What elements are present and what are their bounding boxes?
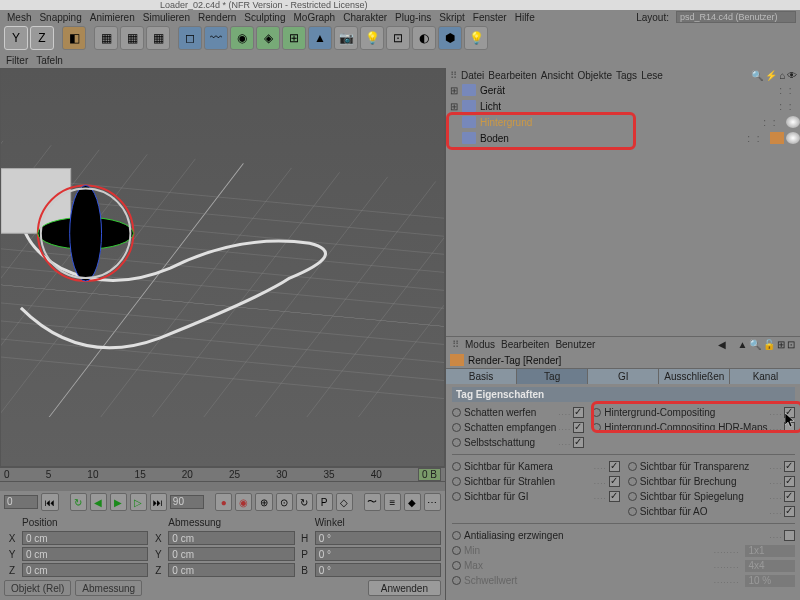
menu-snapping[interactable]: Snapping [36, 12, 84, 23]
key-pla-button[interactable]: ◇ [336, 493, 353, 511]
menu-fenster[interactable]: Fenster [470, 12, 510, 23]
coord-dim-dropdown[interactable]: Abmessung [75, 580, 142, 596]
generator-button[interactable]: ◉ [230, 26, 254, 50]
flash-icon[interactable]: ⚡ [765, 70, 777, 81]
prop-antialiasing-erzwingen[interactable]: Antialiasing erzwingen.... [452, 528, 795, 543]
menu-animieren[interactable]: Animieren [87, 12, 138, 23]
tab-gi[interactable]: GI [588, 369, 659, 384]
prim-spline-button[interactable]: 〰 [204, 26, 228, 50]
step-back-button[interactable]: ↻ [70, 493, 87, 511]
om-bearbeiten[interactable]: Bearbeiten [488, 70, 536, 81]
prop-max[interactable]: Max........4x4 [452, 558, 795, 573]
key-scale-button[interactable]: ⊙ [276, 493, 293, 511]
viewport-3d[interactable] [0, 68, 445, 467]
rotation-gizmo[interactable] [38, 185, 134, 281]
timeline-ruler[interactable]: 05101520253035 40 0 B [0, 467, 445, 481]
om-datei[interactable]: Datei [461, 70, 484, 81]
tag-icon[interactable] [786, 116, 800, 128]
menu-charakter[interactable]: Charakter [340, 12, 390, 23]
timeline-button[interactable]: ≡ [384, 493, 401, 511]
key-rot-button[interactable]: ↻ [296, 493, 313, 511]
menu-hilfe[interactable]: Hilfe [512, 12, 538, 23]
tab-ausschliessen[interactable]: Ausschließen [659, 369, 730, 384]
checkbox[interactable] [784, 506, 795, 517]
menu-mograph[interactable]: MoGraph [291, 12, 339, 23]
prop-sichtbar-f-r-transparenz[interactable]: Sichtbar für Transparenz.... [628, 459, 796, 474]
axis-z-button[interactable]: Z [30, 26, 54, 50]
frame-start-field[interactable]: 0 [4, 495, 38, 509]
coord-Z-pos[interactable] [22, 563, 148, 577]
goto-start-button[interactable]: ⏮ [41, 493, 58, 511]
am-bearbeiten[interactable]: Bearbeiten [501, 339, 549, 350]
coord-X-pos[interactable] [22, 531, 148, 545]
menu-skript[interactable]: Skript [436, 12, 468, 23]
new-icon[interactable]: ⊞ [777, 339, 785, 350]
light-button[interactable]: 💡 [360, 26, 384, 50]
object-tree[interactable]: ⊞Gerät: :⊞Licht: :Hintergrund: :Boden: : [446, 82, 800, 336]
home-icon[interactable]: ⌂ [779, 70, 785, 81]
modeling-button[interactable]: ▲ [308, 26, 332, 50]
apply-button[interactable]: Anwenden [368, 580, 441, 596]
prop-schatten-werfen[interactable]: Schatten werfen.... [452, 405, 584, 420]
max-icon[interactable]: ⊡ [787, 339, 795, 350]
render-settings-button[interactable]: ▦ [146, 26, 170, 50]
menu-sculpting[interactable]: Sculpting [241, 12, 288, 23]
coord-H-rot[interactable] [315, 531, 441, 545]
array-button[interactable]: ⊞ [282, 26, 306, 50]
prop-sichtbar-f-r-strahlen[interactable]: Sichtbar für Strahlen.... [452, 474, 620, 489]
camera-button[interactable]: 📷 [334, 26, 358, 50]
prop-hintergrund-compositing[interactable]: Hintergrund-Compositing.... [592, 405, 795, 420]
tab-tag[interactable]: Tag [517, 369, 588, 384]
tab-basis[interactable]: Basis [446, 369, 517, 384]
frame-end-field[interactable]: 90 [170, 495, 204, 509]
play-back-button[interactable]: ◀ [90, 493, 107, 511]
tafeln-label[interactable]: Tafeln [36, 55, 63, 66]
tree-item-gerät[interactable]: ⊞Gerät: : [446, 82, 800, 98]
goto-end-button[interactable]: ⏭ [150, 493, 167, 511]
tag-icon[interactable] [786, 132, 800, 144]
checkbox[interactable] [784, 491, 795, 502]
checkbox[interactable] [784, 476, 795, 487]
am-benutzer[interactable]: Benutzer [555, 339, 595, 350]
keymode-button[interactable]: ◆ [404, 493, 421, 511]
layout-dropdown[interactable]: psd_R14.c4d (Benutzer) [676, 11, 796, 23]
tab-kanal[interactable]: Kanal [730, 369, 800, 384]
search-icon[interactable]: 🔍 [751, 70, 763, 81]
coord-Z-dim[interactable] [168, 563, 294, 577]
tag-icon[interactable] [770, 132, 784, 144]
timeline-slider[interactable] [0, 481, 445, 491]
checkbox[interactable] [784, 530, 795, 541]
coord-mode-dropdown[interactable]: Objekt (Rel) [4, 580, 71, 596]
coord-X-dim[interactable] [168, 531, 294, 545]
menu-rendern[interactable]: Rendern [195, 12, 239, 23]
scene-button[interactable]: ⊡ [386, 26, 410, 50]
up-icon[interactable]: ▲ [738, 339, 748, 350]
prop-selbstschattung[interactable]: Selbstschattung.... [452, 435, 584, 450]
search2-icon[interactable]: 🔍 [749, 339, 761, 350]
prop-sichtbar-f-r-ao[interactable]: Sichtbar für AO.... [628, 504, 796, 519]
environment-button[interactable]: ◐ [412, 26, 436, 50]
prop-hintergrund-compositing-hdr-maps[interactable]: Hintergrund-Compositing HDR-Maps.... [592, 420, 795, 435]
record-button[interactable]: ● [215, 493, 232, 511]
checkbox[interactable] [573, 407, 584, 418]
filter-label[interactable]: Filter [6, 55, 28, 66]
fcurve-button[interactable]: 〜 [364, 493, 381, 511]
om-objekte[interactable]: Objekte [578, 70, 612, 81]
checkbox[interactable] [573, 422, 584, 433]
back-icon[interactable]: ◀ [718, 339, 726, 350]
prop-schwellwert[interactable]: Schwellwert........10 % [452, 573, 795, 588]
coord-Y-pos[interactable] [22, 547, 148, 561]
axis-y-button[interactable]: Y [4, 26, 28, 50]
menu-mesh[interactable]: Mesh [4, 12, 34, 23]
coord-B-rot[interactable] [315, 563, 441, 577]
menu-plugins[interactable]: Plug-ins [392, 12, 434, 23]
key-param-button[interactable]: P [316, 493, 333, 511]
autokey-button[interactable]: ◉ [235, 493, 252, 511]
om-ansicht[interactable]: Ansicht [541, 70, 574, 81]
render-button[interactable]: ▦ [94, 26, 118, 50]
play-button[interactable]: ▶ [110, 493, 127, 511]
deformer-button[interactable]: ◈ [256, 26, 280, 50]
checkbox[interactable] [609, 476, 620, 487]
render-region-button[interactable]: ▦ [120, 26, 144, 50]
checkbox[interactable] [573, 437, 584, 448]
